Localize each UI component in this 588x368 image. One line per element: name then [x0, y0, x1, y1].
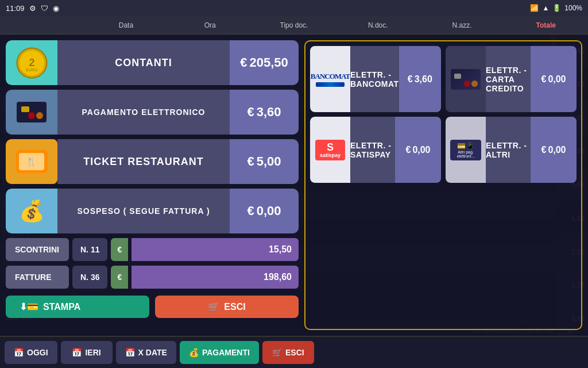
col-ndoc: N.doc.	[336, 21, 420, 29]
altri-amount: € 0,00	[531, 117, 577, 183]
bancomat-stripe	[316, 82, 345, 87]
circle-icon: ◉	[53, 4, 59, 13]
esci-button[interactable]: 🛒 ESCI	[155, 296, 299, 318]
satispay-icon-box: S satispay	[310, 117, 350, 183]
oggi-icon: 📅	[14, 348, 24, 357]
pagamento-amount: € 3,60	[230, 90, 299, 135]
stampa-button[interactable]: ⬇💳 STAMPA	[6, 296, 149, 318]
sospeso-currency: €	[247, 204, 254, 218]
sospeso-value: 0,00	[257, 204, 281, 218]
oggi-label: OGGI	[27, 348, 48, 357]
bancomat-top-text: BANCOMAT	[311, 72, 350, 81]
scontrini-euro: €	[111, 238, 128, 261]
ticket-amount: € 5,00	[230, 139, 299, 184]
satispay-amount: € 0,00	[395, 117, 441, 183]
ticket-restaurant-card[interactable]: 🍴 TICKET RESTAURANT € 5,00	[6, 139, 299, 184]
altri-label: ELETTR. - ALTRI	[486, 117, 531, 183]
carta-credito-amount: € 0,00	[531, 46, 577, 112]
contanti-currency: €	[240, 55, 247, 70]
xdate-button[interactable]: 📅 X DATE	[116, 341, 176, 364]
esci-label: ESCI	[224, 302, 245, 312]
left-payment-panel: 2 EURO CONTANTI € 205,50	[6, 40, 299, 330]
ieri-icon: 📅	[72, 348, 82, 357]
bottom-bar: 📅 OGGI 📅 IERI 📅 X DATE 💰 PAGAMENTI 🛒 ESC…	[0, 336, 588, 368]
svg-text:EURO: EURO	[26, 68, 38, 72]
sim-icon: 📶	[530, 4, 539, 12]
carta-credito-icon-box	[446, 46, 486, 112]
altri-logo: 💳📱 Altri pag.elettroni...	[450, 140, 481, 160]
esci-icon: 🛒	[208, 301, 219, 312]
carta-credito-label: ELETTR. - CARTA CREDITO	[486, 46, 531, 112]
stampa-label: STAMPA	[43, 302, 80, 312]
bancomat-card[interactable]: BANCOMAT ELETTR. - BANCOMAT € 3,60	[310, 46, 441, 112]
altri-value: 0,00	[548, 145, 566, 155]
stampa-icon: ⬇💳	[20, 301, 38, 312]
oggi-button[interactable]: 📅 OGGI	[5, 341, 57, 364]
altri-text: Altri pag.elettroni...	[457, 150, 475, 158]
action-buttons: ⬇💳 STAMPA 🛒 ESCI	[6, 296, 299, 318]
ticket-currency: €	[247, 154, 254, 169]
pagamento-value: 3,60	[257, 105, 281, 120]
status-bar: 11:09 ⚙ 🛡 ◉ 📶 ▲ 🔋 100%	[0, 0, 588, 16]
xdate-label: X DATE	[138, 348, 167, 357]
scontrini-label: SCONTRINI	[6, 238, 69, 261]
bancomat-label: ELETTR. - BANCOMAT	[350, 46, 399, 112]
altri-icons: 💳📱	[457, 142, 474, 150]
col-nazz: N.azz.	[420, 21, 504, 29]
fatture-value: 198,60	[131, 266, 299, 289]
esci-bottom-button[interactable]: 🛒 ESCI	[262, 341, 314, 364]
xdate-icon: 📅	[125, 348, 135, 357]
satispay-logo: S satispay	[315, 140, 345, 160]
satispay-s-letter: S	[327, 142, 334, 152]
pagamento-icon-box	[6, 90, 57, 135]
bancomat-logo: BANCOMAT	[311, 72, 350, 87]
sack-icon: 💰	[19, 199, 45, 223]
sospeso-card[interactable]: 💰 SOSPESO ( SEGUE FATTURA ) € 0,00	[6, 189, 299, 233]
contanti-icon-box: 2 EURO	[6, 40, 57, 85]
esci-bottom-icon: 🛒	[272, 348, 282, 357]
mc-red-dot	[464, 80, 470, 87]
carta-credito-value: 0,00	[548, 74, 566, 85]
pagamento-elettronico-card[interactable]: PAGAMENTO ELETTRONICO € 3,60	[6, 90, 299, 135]
contanti-card[interactable]: 2 EURO CONTANTI € 205,50	[6, 40, 299, 85]
altri-icon-box: 💳📱 Altri pag.elettroni...	[446, 117, 486, 183]
fatture-n: N. 36	[72, 266, 107, 289]
altri-currency: €	[541, 145, 546, 155]
mastercard-logo-icon	[464, 80, 478, 87]
satispay-currency: €	[405, 145, 411, 155]
satispay-label: ELETTR. - SATISPAY	[350, 117, 395, 183]
ticket-fork-icon: 🍴	[26, 156, 37, 167]
esci-bottom-label: ESCI	[285, 348, 304, 357]
coin-icon: 2 EURO	[16, 47, 48, 79]
scontrini-summary: SCONTRINI N. 11 € 15,50	[6, 238, 299, 261]
sospeso-icon-box: 💰	[6, 189, 57, 233]
time-display: 11:09	[6, 4, 25, 13]
pagamenti-icon: 💰	[189, 348, 199, 357]
ticket-icon-box: 🍴	[6, 139, 57, 184]
altri-card[interactable]: 💳📱 Altri pag.elettroni... ELETTR. - ALTR…	[446, 117, 577, 183]
pagamento-currency: €	[247, 105, 254, 120]
sospeso-label: SOSPESO ( SEGUE FATTURA )	[57, 189, 230, 233]
bancomat-currency: €	[408, 74, 413, 85]
credit-card-icon	[17, 102, 47, 122]
satispay-text: satispay	[320, 152, 341, 158]
wifi-icon: ▲	[542, 4, 549, 12]
shield-icon: 🛡	[41, 4, 48, 13]
scontrini-n: N. 11	[72, 238, 107, 261]
battery-icon: 🔋	[552, 4, 561, 12]
settings-icon: ⚙	[29, 4, 36, 13]
contanti-amount: € 205,50	[230, 40, 299, 85]
satispay-value: 0,00	[412, 145, 430, 155]
col-totale: Totale	[504, 21, 588, 29]
satispay-card[interactable]: S satispay ELETTR. - SATISPAY € 0,00	[310, 117, 441, 183]
carta-credito-card[interactable]: ELETTR. - CARTA CREDITO € 0,00	[446, 46, 577, 112]
col-ora: Ora	[168, 21, 252, 29]
table-header: Data Ora Tipo doc. N.doc. N.azz. Totale	[0, 16, 588, 34]
pagamenti-button[interactable]: 💰 PAGAMENTI	[180, 341, 259, 364]
scontrini-value: 15,50	[131, 238, 299, 261]
payment-overlay: 2 EURO CONTANTI € 205,50	[0, 34, 588, 336]
ticket-label: TICKET RESTAURANT	[57, 139, 230, 184]
ieri-button[interactable]: 📅 IERI	[61, 341, 113, 364]
battery-level: 100%	[564, 4, 582, 12]
ticket-icon: 🍴	[16, 150, 48, 173]
